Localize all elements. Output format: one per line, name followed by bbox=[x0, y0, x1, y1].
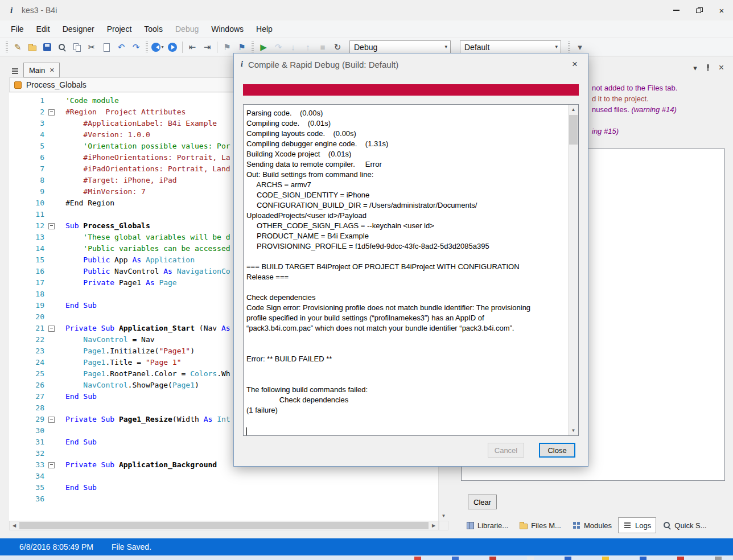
clear-logs-button[interactable]: Clear bbox=[468, 495, 497, 509]
scroll-right-icon[interactable]: ▶ bbox=[429, 521, 438, 530]
code-line: 36 bbox=[9, 493, 448, 505]
fold-gutter bbox=[49, 459, 59, 471]
line-number: 21 bbox=[9, 323, 49, 334]
next-bookmark-button[interactable]: ⚑ bbox=[234, 40, 249, 54]
windows-taskbar[interactable] bbox=[0, 555, 733, 560]
panel-tab-modules[interactable]: Modules bbox=[567, 518, 616, 533]
step-into-button[interactable]: ↓ bbox=[286, 40, 300, 54]
paste-button[interactable] bbox=[99, 40, 114, 54]
previous-bookmark-button[interactable]: ⚑ bbox=[220, 40, 234, 54]
navigate-forward-button[interactable] bbox=[165, 40, 180, 54]
pin-icon[interactable] bbox=[703, 63, 713, 72]
compile-log[interactable]: Parsing code. (0.00s)Compiling code. (0.… bbox=[243, 104, 579, 436]
new-button[interactable]: ✎ bbox=[10, 40, 25, 54]
fold-gutter bbox=[49, 152, 59, 163]
log-line: Parsing code. (0.00s) bbox=[246, 108, 568, 118]
fold-gutter bbox=[49, 334, 59, 345]
step-over-button[interactable]: ↷ bbox=[271, 40, 286, 54]
tab-main[interactable]: Main× bbox=[23, 63, 60, 77]
taskbar-app-icon[interactable] bbox=[677, 557, 684, 560]
fold-gutter bbox=[49, 448, 59, 459]
minimize-button[interactable] bbox=[665, 0, 687, 20]
build-configuration-value: Default bbox=[464, 43, 489, 52]
maximize-button[interactable] bbox=[687, 0, 710, 20]
scroll-left-icon[interactable]: ◀ bbox=[10, 521, 19, 530]
code-text: 'Orientation possible values: Por bbox=[59, 141, 230, 152]
close-button[interactable]: × bbox=[710, 0, 733, 20]
menu-debug[interactable]: Debug bbox=[169, 22, 205, 36]
dialog-scroll-thumb[interactable] bbox=[569, 115, 578, 145]
window-list-button[interactable] bbox=[9, 65, 22, 77]
fold-toggle-icon[interactable] bbox=[48, 462, 55, 468]
close-dialog-button[interactable]: Close bbox=[539, 443, 575, 458]
line-number: 7 bbox=[9, 163, 49, 175]
menu-project[interactable]: Project bbox=[101, 22, 138, 36]
taskbar-app-icon[interactable] bbox=[489, 557, 496, 560]
menu-help[interactable]: Help bbox=[250, 22, 279, 36]
build-configuration-combobox[interactable]: Default▾ bbox=[460, 40, 561, 53]
copy-button[interactable] bbox=[69, 40, 84, 54]
fold-toggle-icon[interactable] bbox=[48, 417, 55, 423]
dialog-scrollbar[interactable]: ▲ ▼ bbox=[568, 105, 578, 435]
taskbar-app-icon[interactable] bbox=[414, 557, 421, 560]
line-number: 29 bbox=[9, 414, 49, 425]
log-line bbox=[246, 344, 568, 354]
log-line bbox=[246, 282, 568, 293]
code-text: #MinVersion: 7 bbox=[59, 186, 146, 197]
indent-button[interactable]: ⇥ bbox=[200, 40, 215, 54]
open-button[interactable] bbox=[25, 40, 40, 54]
taskbar-app-icon[interactable] bbox=[640, 557, 646, 560]
stop-button[interactable]: ■ bbox=[315, 40, 330, 54]
menu-tools[interactable]: Tools bbox=[138, 22, 169, 36]
save-button[interactable] bbox=[40, 40, 55, 54]
menu-edit[interactable]: Edit bbox=[30, 22, 56, 36]
panel-menu-icon[interactable]: ▾ bbox=[693, 64, 697, 72]
fold-toggle-icon[interactable] bbox=[48, 326, 55, 332]
cut-button[interactable]: ✂ bbox=[84, 40, 99, 54]
taskbar-app-icon[interactable] bbox=[715, 557, 722, 560]
editor-horizontal-scrollbar[interactable]: ◀ ▶ bbox=[9, 521, 439, 530]
files-manager-icon bbox=[519, 521, 528, 530]
run-button[interactable]: ▶ bbox=[256, 40, 271, 54]
navigate-back-button[interactable]: ▾ bbox=[150, 40, 165, 54]
dialog-scroll-up-icon[interactable]: ▲ bbox=[569, 105, 578, 114]
taskbar-app-icon[interactable] bbox=[565, 557, 571, 560]
panel-close-icon[interactable]: × bbox=[719, 63, 724, 72]
taskbar-app-icon[interactable] bbox=[527, 557, 534, 560]
horizontal-scroll-thumb[interactable] bbox=[19, 522, 429, 529]
cancel-button[interactable]: Cancel bbox=[488, 443, 524, 458]
code-text: End Sub bbox=[59, 391, 97, 402]
taskbar-app-icon[interactable] bbox=[602, 557, 609, 560]
fold-gutter bbox=[49, 141, 59, 152]
outdent-button[interactable]: ⇤ bbox=[185, 40, 200, 54]
fold-toggle-icon[interactable] bbox=[48, 223, 55, 229]
code-text: #iPadOrientations: Portrait, Land bbox=[59, 163, 230, 175]
tab-label: Main bbox=[29, 66, 45, 75]
menu-designer[interactable]: Designer bbox=[56, 22, 101, 36]
restart-button[interactable]: ↻ bbox=[330, 40, 345, 54]
scroll-down-icon[interactable]: ▼ bbox=[439, 511, 448, 521]
dialog-scroll-down-icon[interactable]: ▼ bbox=[569, 426, 578, 435]
panel-tab-libraries[interactable]: Librarie... bbox=[461, 518, 513, 533]
navigate-forward-icon bbox=[168, 43, 177, 52]
step-out-button[interactable]: ↑ bbox=[300, 40, 315, 54]
undo-button[interactable]: ↶ bbox=[114, 40, 129, 54]
fold-gutter bbox=[49, 471, 59, 482]
toolbar-overflow-button[interactable]: ▾ bbox=[573, 40, 587, 54]
panel-tab-quick-search[interactable]: Quick S... bbox=[658, 518, 711, 533]
menu-file[interactable]: File bbox=[5, 22, 30, 36]
tab-close-icon[interactable]: × bbox=[50, 66, 54, 74]
find-button[interactable] bbox=[55, 40, 69, 54]
save-icon bbox=[43, 43, 52, 52]
panel-toolbar: ▾ × bbox=[693, 63, 724, 72]
menu-windows[interactable]: Windows bbox=[205, 22, 250, 36]
panel-tab-files-manager[interactable]: Files M... bbox=[514, 518, 566, 533]
log-line: PRODUCT_NAME = B4i Example bbox=[246, 231, 568, 241]
taskbar-app-icon[interactable] bbox=[452, 557, 459, 560]
fold-toggle-icon[interactable] bbox=[48, 109, 55, 116]
panel-tab-logs[interactable]: Logs bbox=[618, 517, 656, 533]
code-text: Page1.RootPanel.Color = Colors.Wh bbox=[59, 368, 230, 380]
dialog-close-button[interactable]: × bbox=[569, 59, 581, 70]
redo-button[interactable]: ↷ bbox=[129, 40, 143, 54]
build-mode-combobox[interactable]: Debug▾ bbox=[349, 40, 451, 53]
